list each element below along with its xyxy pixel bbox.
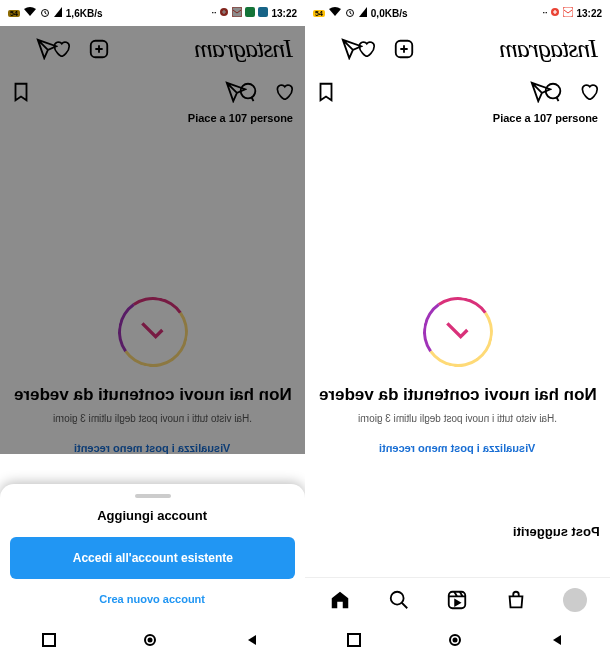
create-account-button[interactable]: Crea nuovo account (10, 593, 295, 605)
sheet-handle[interactable] (135, 494, 171, 498)
svg-rect-4 (258, 7, 268, 17)
caught-up-icon (417, 291, 498, 372)
svg-rect-16 (449, 591, 466, 608)
view-older-link[interactable]: Visualizza i post meno recenti (74, 442, 230, 454)
nav-back-icon[interactable] (550, 633, 568, 651)
svg-point-19 (453, 637, 458, 642)
app-icon-4 (258, 7, 268, 19)
caught-up-panel: Non hai nuovi contenuti da vedere Hai vi… (305, 247, 610, 454)
svg-rect-3 (245, 7, 255, 17)
tab-home-icon[interactable] (328, 588, 352, 612)
screen-right: 54 0,0KB/s ·· 13:22 Instagram (305, 0, 610, 662)
likes-text: Piace a 107 persone (0, 112, 305, 132)
dots: ·· (542, 8, 547, 18)
nav-recent-icon[interactable] (347, 633, 365, 651)
view-older-link[interactable]: Visualizza i post meno recenti (379, 442, 535, 454)
screen-left: 54 1,6KB/s ·· 13:22 Instagram (0, 0, 305, 662)
tab-search-icon[interactable] (387, 588, 411, 612)
dots: ·· (211, 8, 216, 18)
caught-up-title: Non hai nuovi contenuti da vedere (14, 385, 292, 405)
svg-rect-7 (43, 634, 55, 646)
new-post-icon[interactable] (88, 38, 110, 60)
wifi-icon (24, 7, 36, 19)
tab-shop-icon[interactable] (504, 588, 528, 612)
suggested-label: Post suggeriti (513, 524, 600, 539)
caught-up-panel: Non hai nuovi contenuti da vedere Hai vi… (0, 247, 305, 454)
signal-icon (359, 7, 367, 19)
kbps-text: 1,6KB/s (66, 8, 103, 19)
post-action-row (0, 72, 305, 112)
system-nav (305, 621, 610, 662)
wifi-icon (329, 7, 341, 19)
alarm-icon (345, 7, 355, 19)
svg-point-9 (148, 637, 153, 642)
status-bar: 54 1,6KB/s ·· 13:22 (0, 0, 305, 26)
sheet-title: Aggiungi account (10, 508, 295, 523)
svg-rect-17 (348, 634, 360, 646)
svg-point-15 (391, 591, 404, 604)
share-icon[interactable] (201, 81, 223, 103)
login-existing-button[interactable]: Accedi all'account esistente (10, 537, 295, 579)
new-post-icon[interactable] (393, 38, 415, 60)
system-nav (0, 621, 305, 662)
nav-back-icon[interactable] (245, 633, 263, 651)
caught-up-sub: Hai visto tutti i nuovi post degli ultim… (358, 413, 557, 424)
app-icon-1 (550, 7, 560, 19)
bookmark-icon[interactable] (10, 81, 32, 103)
app-icon-3 (245, 7, 255, 19)
like-icon[interactable] (273, 81, 295, 103)
instagram-logo: Instagram (195, 34, 293, 64)
svg-rect-2 (232, 7, 242, 17)
instagram-logo: Instagram (500, 34, 598, 64)
tab-profile-icon[interactable] (563, 588, 587, 612)
caught-up-icon (112, 291, 193, 372)
nav-recent-icon[interactable] (42, 633, 60, 651)
caught-up-sub: Hai visto tutti i nuovi post degli ultim… (53, 413, 252, 424)
like-icon[interactable] (578, 81, 600, 103)
send-icon[interactable] (12, 38, 34, 60)
battery-badge: 54 (8, 10, 20, 17)
send-icon[interactable] (317, 38, 339, 60)
app-header: Instagram (0, 26, 305, 72)
likes-text: Piace a 107 persone (305, 112, 610, 132)
nav-home-icon[interactable] (448, 633, 466, 651)
kbps-text: 0,0KB/s (371, 8, 408, 19)
nav-home-icon[interactable] (143, 633, 161, 651)
app-icon-2 (232, 7, 242, 19)
battery-badge: 54 (313, 10, 325, 17)
bottom-tab-bar (305, 577, 610, 621)
share-icon[interactable] (506, 81, 528, 103)
time-text: 13:22 (271, 8, 297, 19)
post-action-row (305, 72, 610, 112)
bookmark-icon[interactable] (315, 81, 337, 103)
alarm-icon (40, 7, 50, 19)
tab-reels-icon[interactable] (445, 588, 469, 612)
time-text: 13:22 (576, 8, 602, 19)
signal-icon (54, 7, 62, 19)
app-header: Instagram (305, 26, 610, 72)
post-spacer (0, 132, 305, 247)
caught-up-title: Non hai nuovi contenuti da vedere (319, 385, 597, 405)
post-spacer (305, 132, 610, 247)
app-icon-2 (563, 7, 573, 19)
svg-rect-12 (563, 7, 573, 17)
status-bar: 54 0,0KB/s ·· 13:22 (305, 0, 610, 26)
add-account-sheet: Aggiungi account Accedi all'account esis… (0, 484, 305, 621)
app-icon-1 (219, 7, 229, 19)
